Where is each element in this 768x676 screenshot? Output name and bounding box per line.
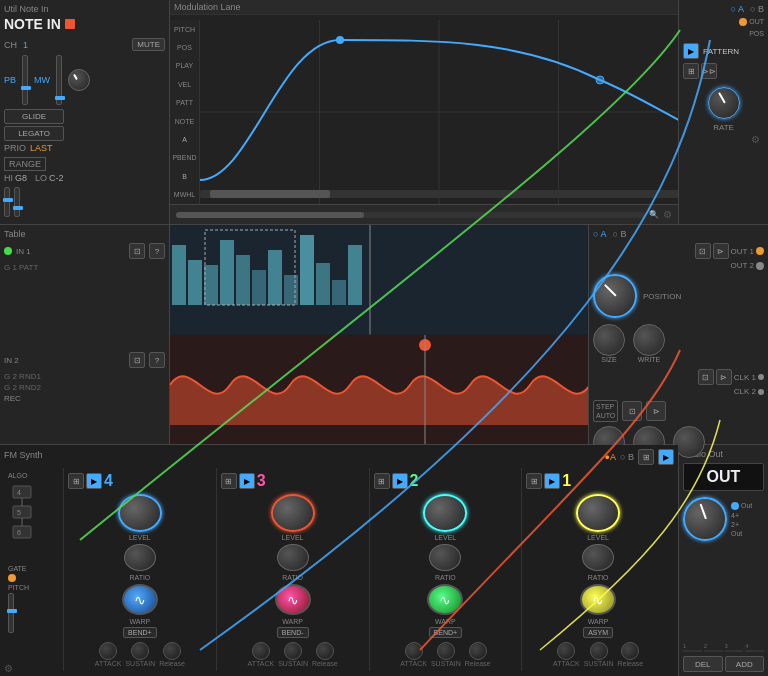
hi-lo-row: HI G8 LO C-2 <box>4 173 165 183</box>
mute-button[interactable]: MUTE <box>132 38 165 51</box>
fm-gear-icon[interactable]: ⚙ <box>4 663 13 674</box>
glide-knob[interactable] <box>68 69 90 91</box>
pattern-play-btn[interactable]: ▶ <box>683 43 699 59</box>
grid-btn[interactable]: ⊞ <box>683 63 699 79</box>
op2-sustain-knob[interactable] <box>437 642 455 660</box>
op3-warp-knob[interactable]: ∿ <box>275 584 311 615</box>
auto-label[interactable]: AUTO <box>596 412 615 419</box>
op4-play-btn[interactable]: ▶ <box>86 473 102 489</box>
op4-warp-knob[interactable]: ∿ <box>122 584 158 615</box>
op3-play-btn[interactable]: ▶ <box>239 473 255 489</box>
in1-help-btn[interactable]: ? <box>149 243 165 259</box>
pitch-slider[interactable] <box>8 593 14 633</box>
range-slider-1[interactable] <box>4 187 10 217</box>
op2-grid-btn[interactable]: ⊞ <box>374 473 390 489</box>
write-knob[interactable] <box>633 324 665 356</box>
op1-play-btn[interactable]: ▶ <box>544 473 560 489</box>
op4-sustain-knob[interactable] <box>131 642 149 660</box>
gate-dot <box>8 574 16 582</box>
op1-bend-btn[interactable]: ASYM <box>583 627 613 638</box>
rate-label: RATE <box>713 123 734 132</box>
op2-release-knob[interactable] <box>469 642 487 660</box>
g1-patt-label: G 1 PATT <box>4 263 165 272</box>
op4-bend-btn[interactable]: BEND+ <box>123 627 157 638</box>
step-config-btn[interactable]: ⊡ <box>622 401 642 421</box>
pb-slider[interactable] <box>22 55 28 105</box>
fm-play-btn[interactable]: ▶ <box>658 449 674 465</box>
op4-level-label: LEVEL <box>129 534 151 541</box>
util-note-in-title: Util Note In <box>4 4 165 14</box>
clk2-dot <box>758 389 764 395</box>
mw-slider[interactable] <box>56 55 62 105</box>
op3-release-knob[interactable] <box>316 642 334 660</box>
fm-synth-panel: FM Synth ●A ○ B ⊞ ▶ ALGO 4 5 <box>0 445 678 676</box>
op1-grid-btn[interactable]: ⊞ <box>526 473 542 489</box>
a-toggle[interactable]: ○ A <box>731 4 744 14</box>
op2-warp-knob[interactable]: ∿ <box>427 584 463 615</box>
op1-attack-knob[interactable] <box>557 642 575 660</box>
add-btn[interactable]: ADD <box>725 656 765 672</box>
rate-knob[interactable] <box>708 87 740 119</box>
op4-sustain-label: SUSTAIN <box>125 660 155 667</box>
op3-grid-btn[interactable]: ⊞ <box>221 473 237 489</box>
out1-connect-btn[interactable]: ⊳ <box>713 243 729 259</box>
fm-b-toggle[interactable]: ○ B <box>620 452 634 462</box>
out1-label: OUT 1 <box>731 247 754 256</box>
op2-attack-knob[interactable] <box>405 642 423 660</box>
op2-sustain-label: SUSTAIN <box>431 660 461 667</box>
out-main-knob[interactable] <box>683 497 727 541</box>
op4-ratio-knob[interactable] <box>124 544 156 571</box>
range-slider-2[interactable] <box>14 187 20 217</box>
op4-level-knob[interactable] <box>118 494 162 532</box>
op3-ratio-knob[interactable] <box>277 544 309 571</box>
size-knob-1[interactable] <box>593 324 625 356</box>
power-indicator[interactable] <box>65 19 75 29</box>
op1-warp-knob[interactable]: ∿ <box>580 584 616 615</box>
horizontal-scrollbar[interactable] <box>176 212 645 218</box>
op1-warp-label: WARP <box>588 618 609 625</box>
size-label-1: SIZE <box>601 356 617 363</box>
level-1-label: 1 <box>683 643 702 649</box>
op2-ratio-knob[interactable] <box>429 544 461 571</box>
b-toggle[interactable]: ○ B <box>750 4 764 14</box>
in2-help-btn[interactable]: ? <box>149 352 165 368</box>
op3-attack-knob[interactable] <box>252 642 270 660</box>
table-b-toggle[interactable]: ○ B <box>612 229 626 239</box>
op3-bend-btn[interactable]: BEND- <box>277 627 309 638</box>
fm-a-toggle[interactable]: ●A <box>605 452 616 462</box>
op1-ratio-knob[interactable] <box>582 544 614 571</box>
position-knob[interactable] <box>593 274 637 318</box>
zoom-icon[interactable]: 🔍 <box>649 210 659 219</box>
mod-curve-svg[interactable] <box>200 20 678 204</box>
bottom-gear-icon[interactable]: ⚙ <box>663 209 672 220</box>
glide-button[interactable]: GLIDE <box>4 109 64 124</box>
in1-config-btn[interactable]: ⊡ <box>129 243 145 259</box>
op3-level-knob[interactable] <box>271 494 315 532</box>
op4-attack-knob[interactable] <box>99 642 117 660</box>
del-btn[interactable]: DEL <box>683 656 723 672</box>
legato-button[interactable]: LEGATO <box>4 126 64 141</box>
out1-config-btn[interactable]: ⊡ <box>695 243 711 259</box>
forward-btn[interactable]: ⊳⊳ <box>701 63 717 79</box>
op2-bend-btn[interactable]: BEND+ <box>429 627 463 638</box>
step-connect-btn[interactable]: ⊳ <box>646 401 666 421</box>
step-label[interactable]: STEP <box>596 403 615 410</box>
clk1-connect-btn[interactable]: ⊳ <box>716 369 732 385</box>
a-label: A <box>182 136 187 143</box>
op2-play-btn[interactable]: ▶ <box>392 473 408 489</box>
table-a-toggle[interactable]: ○ A <box>593 229 606 239</box>
op4-grid-btn[interactable]: ⊞ <box>68 473 84 489</box>
op2-level-knob[interactable] <box>423 494 467 532</box>
op3-sustain-knob[interactable] <box>284 642 302 660</box>
op4-release-knob[interactable] <box>163 642 181 660</box>
range-section: RANGE HI G8 LO C-2 <box>4 157 165 183</box>
top-section: Util Note In NOTE IN CH 1 MUTE PB MW GLI… <box>0 0 768 225</box>
op1-release-knob[interactable] <box>621 642 639 660</box>
pb-label: PB <box>4 75 16 85</box>
gear-icon[interactable]: ⚙ <box>751 134 760 145</box>
fm-grid-btn[interactable]: ⊞ <box>638 449 654 465</box>
clk1-btn[interactable]: ⊡ <box>698 369 714 385</box>
op1-sustain-knob[interactable] <box>590 642 608 660</box>
op1-level-knob[interactable] <box>576 494 620 532</box>
in2-config-btn[interactable]: ⊡ <box>129 352 145 368</box>
